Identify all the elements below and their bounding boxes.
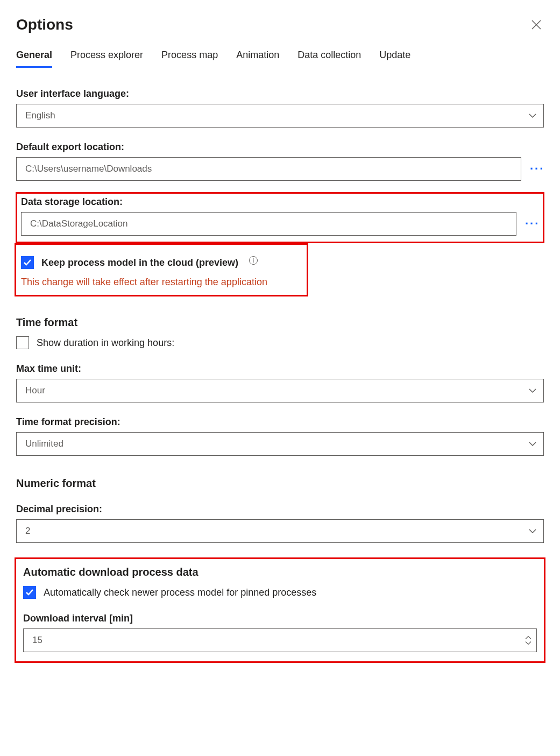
auto-check-label: Automatically check newer process model …	[44, 587, 316, 598]
export-location-label: Default export location:	[16, 142, 544, 153]
chevron-up-icon	[525, 635, 531, 640]
tab-process-explorer[interactable]: Process explorer	[70, 50, 143, 68]
tab-animation[interactable]: Animation	[236, 50, 279, 68]
close-button[interactable]	[529, 17, 544, 32]
time-precision-select[interactable]: Unlimited	[16, 432, 544, 456]
export-location-input[interactable]: C:\Users\username\Downloads	[16, 157, 521, 181]
auto-check-checkbox[interactable]	[23, 586, 36, 599]
time-precision-label: Time format precision:	[16, 416, 544, 428]
storage-location-input[interactable]: C:\DataStorageLocation	[21, 212, 516, 236]
tab-bar: General Process explorer Process map Ani…	[16, 50, 544, 68]
ui-language-label: User interface language:	[16, 88, 544, 100]
checkmark-icon	[25, 588, 34, 597]
keep-cloud-label: Keep process model in the cloud (preview…	[41, 257, 238, 269]
numeric-format-title: Numeric format	[16, 477, 544, 490]
decimal-precision-select[interactable]: 2	[16, 519, 544, 543]
more-horizontal-icon: ···	[530, 162, 544, 175]
max-time-unit-label: Max time unit:	[16, 363, 544, 375]
download-interval-label: Download interval [min]	[23, 613, 537, 624]
time-format-title: Time format	[16, 316, 544, 329]
tab-general[interactable]: General	[16, 50, 52, 68]
interval-spinner[interactable]	[525, 635, 531, 645]
more-horizontal-icon: ···	[525, 217, 540, 230]
ui-language-select[interactable]: English	[16, 104, 544, 128]
show-working-hours-label: Show duration in working hours:	[37, 337, 174, 349]
auto-download-title: Automatic download process data	[23, 566, 537, 578]
chevron-down-icon	[525, 640, 531, 645]
tab-update[interactable]: Update	[379, 50, 410, 68]
max-time-unit-select[interactable]: Hour	[16, 379, 544, 402]
page-title: Options	[16, 16, 73, 33]
keep-cloud-checkbox[interactable]	[21, 256, 34, 269]
show-working-hours-checkbox[interactable]	[16, 336, 29, 349]
browse-storage-location-button[interactable]: ···	[525, 217, 539, 231]
storage-location-label: Data storage location:	[21, 196, 539, 208]
close-icon	[531, 20, 541, 30]
highlight-keep-cloud: Keep process model in the cloud (preview…	[16, 245, 307, 295]
tab-data-collection[interactable]: Data collection	[297, 50, 361, 68]
info-icon[interactable]: i	[249, 256, 258, 265]
highlight-auto-download: Automatic download process data Automati…	[16, 559, 544, 661]
decimal-precision-label: Decimal precision:	[16, 504, 544, 515]
checkmark-icon	[23, 258, 32, 267]
tab-process-map[interactable]: Process map	[161, 50, 218, 68]
highlight-data-storage: Data storage location: C:\DataStorageLoc…	[16, 193, 544, 243]
download-interval-input[interactable]: 15	[23, 628, 537, 652]
browse-export-location-button[interactable]: ···	[530, 162, 544, 176]
keep-cloud-warning: This change will take effect after resta…	[21, 277, 302, 288]
